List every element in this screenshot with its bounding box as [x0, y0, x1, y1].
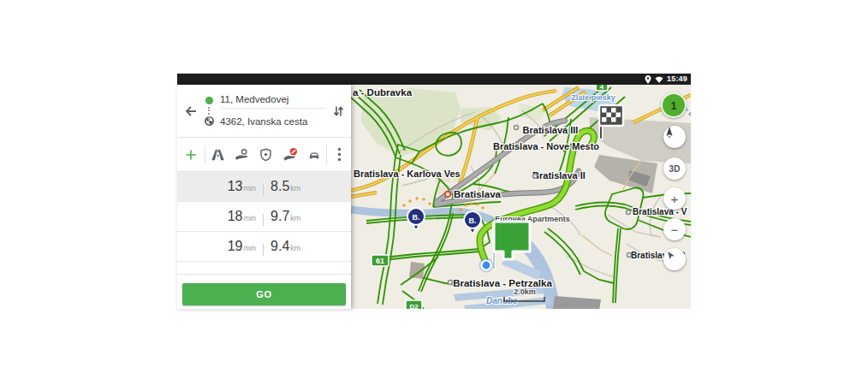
gps-pin-icon: [645, 75, 651, 84]
city-center-dot: [445, 192, 450, 197]
value-divider: [263, 184, 264, 196]
road-shield-61: 61: [376, 257, 384, 265]
route-option-3[interactable]: 19min 9.4km: [177, 232, 351, 262]
route-options-toolbar: [177, 138, 351, 172]
destination-field[interactable]: 4362, Ivanska cesta: [205, 111, 325, 132]
vehicle-type-button[interactable]: [302, 147, 326, 162]
back-arrow-icon: [184, 104, 198, 118]
label-karlova-ves: Bratislava - Karlova Ves: [354, 169, 461, 179]
shield-camera-icon: [259, 147, 273, 163]
origin-dot-icon: [205, 97, 214, 104]
patrol-warning-button[interactable]: [253, 147, 277, 163]
position-dot: [480, 259, 493, 272]
locate-button[interactable]: [663, 248, 686, 270]
status-clock: 15:49: [667, 74, 687, 85]
value-divider: [263, 214, 264, 226]
motorway-icon: [210, 147, 226, 163]
panel-footer: GO: [177, 274, 351, 309]
label-petrzalka: Bratislava - Petrzalka: [453, 278, 552, 288]
compass-needle-icon: [663, 126, 675, 139]
label-bratislava-ii: Bratislava II: [532, 170, 586, 181]
value-divider: [263, 244, 264, 256]
go-button[interactable]: GO: [182, 283, 346, 305]
wifi-icon: [655, 76, 663, 83]
route-option-1[interactable]: 13min 8.5km: [177, 172, 351, 202]
label-zlate-piesky: Zlate piesky: [571, 93, 615, 102]
label-bratislava-iii: Bratislava III: [523, 125, 579, 135]
zoom-out-button[interactable]: −: [663, 218, 686, 240]
more-options-button[interactable]: [327, 147, 351, 162]
map-graphics: 61 D2 4 sky k a - Dubravka Zlate piesky …: [351, 85, 691, 309]
hotel-marker-label: B.: [469, 216, 477, 225]
route-time: 19: [228, 239, 243, 254]
scale-label: 2.0km: [514, 287, 536, 296]
add-waypoint-button[interactable]: [177, 148, 205, 162]
route-time: 18: [228, 209, 243, 224]
toll-hand-coin-icon: [233, 147, 250, 163]
route-count-badge[interactable]: 1: [661, 92, 687, 118]
destination-address: 4362, Ivanska cesta: [220, 116, 325, 127]
route-distance: 8.5: [271, 179, 289, 194]
route-panel: 11, Medvedovej 4362, Ivanska cesta: [177, 85, 351, 309]
locate-arrow-icon: [663, 248, 677, 262]
back-button[interactable]: [177, 104, 205, 118]
route-distance: 9.7: [271, 209, 289, 224]
road-shield-d2: D2: [409, 303, 419, 309]
label-bratislava: Bratislava: [454, 189, 502, 199]
avoid-motorways-button[interactable]: [205, 147, 229, 163]
origin-address: 11, Medvedovej: [220, 94, 325, 109]
road-shield-4: 4: [600, 85, 604, 91]
route-option-2[interactable]: 18min 9.7km: [177, 202, 351, 232]
navigation-app-window: 15:49 11, Medvedovej: [177, 74, 691, 309]
car-icon: [306, 147, 323, 162]
hand-no-entry-icon: [282, 146, 299, 163]
origin-field[interactable]: 11, Medvedovej: [205, 91, 325, 111]
waypoint-connector: [208, 107, 210, 121]
avoid-roads-button[interactable]: [278, 146, 302, 163]
avoid-toll-roads-button[interactable]: [229, 147, 253, 163]
3d-view-button[interactable]: 3D: [663, 157, 686, 180]
swap-waypoints-button[interactable]: [325, 105, 351, 117]
hotel-marker-label: B.: [413, 213, 420, 222]
swap-arrows-icon: [333, 105, 344, 117]
plus-icon: [184, 148, 198, 162]
map-canvas[interactable]: 61 D2 4 sky k a - Dubravka Zlate piesky …: [351, 85, 691, 309]
waypoints: 11, Medvedovej 4362, Ivanska cesta: [205, 89, 325, 133]
kebab-menu-icon: [337, 147, 342, 162]
route-header: 11, Medvedovej 4362, Ivanska cesta: [177, 85, 351, 138]
zoom-in-button[interactable]: +: [663, 187, 686, 210]
status-bar: 15:49: [177, 74, 691, 85]
compass-button[interactable]: [663, 126, 686, 148]
label-nove-mesto: Bratislava - Nove Mesto: [493, 141, 599, 151]
route-time: 13: [228, 179, 243, 194]
label-dubravka: a - Dubravka: [353, 87, 413, 98]
route-distance: 9.4: [271, 239, 289, 254]
